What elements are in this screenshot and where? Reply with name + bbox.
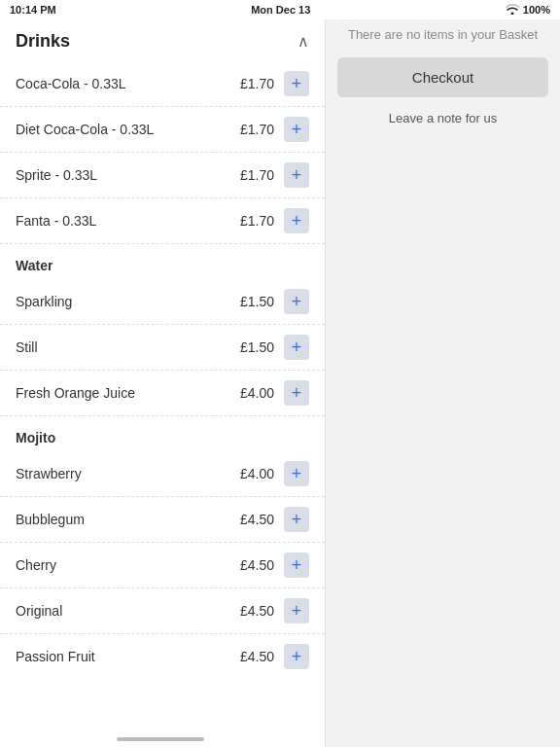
drinks-section-header: Drinks ∧: [0, 19, 325, 61]
add-diet-coca-cola-button[interactable]: +: [284, 117, 309, 142]
add-still-button[interactable]: +: [284, 335, 309, 360]
item-name: Original: [16, 603, 240, 619]
add-fanta-button[interactable]: +: [284, 208, 309, 233]
list-item: Passion Fruit £4.50 +: [0, 634, 325, 679]
checkout-button[interactable]: Checkout: [337, 57, 548, 97]
item-name: Coca-Cola - 0.33L: [16, 76, 240, 91]
item-price: £1.50: [240, 339, 274, 355]
status-icons: 100%: [506, 4, 550, 17]
add-original-button[interactable]: +: [284, 598, 309, 623]
item-price: £1.50: [240, 294, 274, 309]
menu-panel: Drinks ∧ Coca-Cola - 0.33L £1.70 + Diet …: [0, 19, 326, 747]
list-item: Original £4.50 +: [0, 588, 325, 634]
add-coca-cola-button[interactable]: +: [284, 71, 309, 96]
leave-note-text: Leave a note for us: [326, 105, 560, 131]
chevron-up-icon[interactable]: ∧: [298, 32, 309, 51]
item-price: £4.50: [240, 603, 274, 619]
water-category-label: Water: [0, 244, 325, 279]
item-name: Diet Coca-Cola - 0.33L: [16, 122, 240, 137]
item-name: Bubblegum: [16, 512, 240, 527]
wifi-icon: [506, 4, 519, 17]
list-item: Diet Coca-Cola - 0.33L £1.70 +: [0, 107, 325, 153]
item-price: £1.70: [240, 167, 274, 183]
list-item: Fresh Orange Juice £4.00 +: [0, 371, 325, 416]
item-price: £1.70: [240, 76, 274, 91]
list-item: Bubblegum £4.50 +: [0, 497, 325, 543]
list-item: Fanta - 0.33L £1.70 +: [0, 198, 325, 244]
status-bar: 10:14 PM Mon Dec 13 100%: [0, 0, 560, 19]
item-name: Still: [16, 339, 240, 355]
battery-icon: 100%: [523, 4, 550, 16]
add-strawberry-button[interactable]: +: [284, 461, 309, 486]
basket-empty-message: There are no items in your Basket: [326, 19, 560, 50]
list-item: Still £1.50 +: [0, 325, 325, 371]
item-name: Passion Fruit: [16, 649, 240, 664]
item-name: Strawberry: [16, 466, 240, 481]
add-passion-fruit-button[interactable]: +: [284, 644, 309, 669]
list-item: Coca-Cola - 0.33L £1.70 +: [0, 61, 325, 107]
item-price: £1.70: [240, 213, 274, 229]
item-name: Sprite - 0.33L: [16, 167, 240, 183]
item-price: £4.50: [240, 557, 274, 573]
item-name: Cherry: [16, 557, 240, 573]
item-price: £4.00: [240, 385, 274, 401]
mojito-category-label: Mojito: [0, 416, 325, 451]
list-item: Strawberry £4.00 +: [0, 451, 325, 497]
add-bubblegum-button[interactable]: +: [284, 507, 309, 532]
item-price: £4.50: [240, 512, 274, 527]
list-item: Sprite - 0.33L £1.70 +: [0, 153, 325, 198]
item-price: £4.50: [240, 649, 274, 664]
add-oj-button[interactable]: +: [284, 380, 309, 406]
item-name: Fanta - 0.33L: [16, 213, 240, 229]
item-name: Fresh Orange Juice: [16, 385, 240, 401]
status-date: Mon Dec 13: [251, 4, 310, 16]
status-time: 10:14 PM: [10, 4, 56, 16]
scroll-indicator: [117, 737, 204, 741]
add-cherry-button[interactable]: +: [284, 552, 309, 578]
item-price: £4.00: [240, 466, 274, 481]
item-name: Sparkling: [16, 294, 240, 309]
item-price: £1.70: [240, 122, 274, 137]
basket-panel: There are no items in your Basket Checko…: [326, 19, 560, 747]
list-item: Cherry £4.50 +: [0, 543, 325, 588]
main-layout: Drinks ∧ Coca-Cola - 0.33L £1.70 + Diet …: [0, 19, 560, 747]
add-sprite-button[interactable]: +: [284, 162, 309, 188]
list-item: Sparkling £1.50 +: [0, 279, 325, 325]
add-sparkling-button[interactable]: +: [284, 289, 309, 314]
drinks-title: Drinks: [16, 31, 70, 52]
